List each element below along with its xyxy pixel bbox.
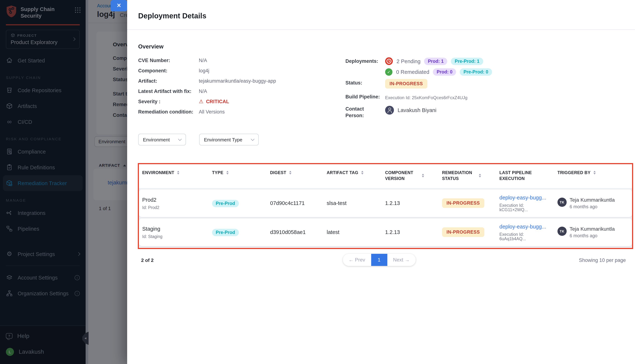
cell-type: Pre-Prod <box>209 200 267 206</box>
cell-last-pipeline: deploy-easy-bugg... Execution Id: kCG11×… <box>496 194 554 212</box>
sort-icon[interactable] <box>479 174 481 178</box>
environment-name: Prod2 <box>142 197 206 202</box>
deployments-block: Deployments: 2 Pending Prod: 1 Pre-Prod:… <box>345 58 626 119</box>
triggered-by-time: 6 months ago <box>569 204 615 209</box>
sort-icon[interactable] <box>361 171 363 175</box>
column-triggered-by[interactable]: TRIGGERED BY <box>554 170 632 176</box>
triggered-by-avatar: TK <box>557 198 567 207</box>
environment-id: Id: Staging <box>142 234 206 238</box>
contact-person-label: Contact Person: <box>345 105 382 119</box>
table-filters: Environment Environment Type <box>138 134 626 146</box>
sort-icon[interactable] <box>289 171 291 175</box>
environment-type-dropdown[interactable]: Environment Type <box>199 134 259 146</box>
field-value: log4j <box>199 68 209 74</box>
overview-heading: Overview <box>138 44 626 50</box>
triggered-by-name: Teja Kummarikuntla <box>569 197 615 203</box>
status-label: Status: <box>345 79 382 93</box>
deployments-lines: 2 Pending Prod: 1 Pre-Prod: 1 ✓ 0 Remedi… <box>385 58 626 79</box>
field-artifact: Artifact: tejakummarikuntla/easy-buggy-a… <box>138 78 345 84</box>
field-label: Remediation condition: <box>138 109 199 115</box>
field-label: CVE Number: <box>138 58 199 64</box>
field-label: Latest Artifact with fix: <box>138 88 199 94</box>
cell-triggered-by: TK Teja Kummarikuntla 6 months ago <box>554 197 632 209</box>
deployments-label: Deployments: <box>345 58 382 79</box>
preprod-badge: Pre-Prod: 1 <box>451 58 483 65</box>
pending-line: 2 Pending Prod: 1 Pre-Prod: 1 <box>385 58 626 65</box>
environment-dropdown[interactable]: Environment <box>138 134 186 146</box>
cell-environment: Prod2 Id: Prod2 <box>139 197 209 210</box>
type-badge: Pre-Prod <box>212 200 239 207</box>
cell-component-version: 1.2.13 <box>382 229 439 235</box>
overview-grid: CVE Number: N/A Component: log4j Artifac… <box>138 58 626 119</box>
field-component: Component: log4j <box>138 68 345 74</box>
close-button[interactable]: × <box>111 0 127 12</box>
cell-digest: d3910d058ae1 <box>267 229 323 235</box>
cell-artifact-tag: latest <box>323 229 382 235</box>
sort-icon[interactable] <box>593 171 596 175</box>
field-latest-artifact: Latest Artifact with fix: N/A <box>138 88 345 94</box>
sort-icon[interactable] <box>422 174 424 178</box>
chevron-down-icon <box>251 137 254 141</box>
field-label: Component: <box>138 68 199 74</box>
environment-name: Staging <box>142 226 206 232</box>
cell-component-version: 1.2.13 <box>382 200 439 206</box>
column-remediation-status[interactable]: REMEDIATION STATUS <box>439 170 496 182</box>
cell-digest: 07d90c4c1171 <box>267 200 323 206</box>
field-cve-number: CVE Number: N/A <box>138 58 345 64</box>
pipeline-link[interactable]: deploy-easy-bugg... <box>499 224 551 230</box>
type-badge: Pre-Prod <box>212 229 239 236</box>
dropdown-label: Environment <box>143 137 170 142</box>
cell-remediation-status: IN-PROGRESS <box>439 198 496 208</box>
status-badge: IN-PROGRESS <box>442 198 484 208</box>
field-severity: Severity : ⚠ CRITICAL <box>138 98 345 105</box>
column-component-version[interactable]: COMPONENT VERSION <box>382 170 439 182</box>
sort-icon[interactable] <box>177 171 179 175</box>
page-1-button[interactable]: 1 <box>371 254 387 266</box>
column-artifact-tag[interactable]: ARTIFACT TAG <box>323 170 382 176</box>
remediated-line: ✓ 0 Remediated Prod: 0 Pre-Prod: 0 <box>385 68 626 76</box>
status-badge: IN-PROGRESS <box>442 227 484 237</box>
remediated-count: 0 Remediated <box>396 69 429 75</box>
pending-count: 2 Pending <box>396 58 421 64</box>
prod-badge: Prod: 1 <box>424 58 447 65</box>
pagination-count: 2 of 2 <box>138 258 154 263</box>
next-button[interactable]: Next → <box>387 254 415 266</box>
environment-id: Id: Prod2 <box>142 205 206 210</box>
per-page-label: Showing 10 per page <box>579 258 626 263</box>
field-remediation-condition: Remediation condition: All Versions <box>138 109 345 115</box>
field-value: All Versions <box>199 109 225 115</box>
field-label: Artifact: <box>138 78 199 84</box>
column-last-pipeline-execution[interactable]: LAST PIPELINE EXECUTION <box>496 170 554 182</box>
overview-right: Deployments: 2 Pending Prod: 1 Pre-Prod:… <box>345 58 626 119</box>
dropdown-label: Environment Type <box>204 137 242 142</box>
cell-remediation-status: IN-PROGRESS <box>439 227 496 237</box>
table-row[interactable]: Prod2 Id: Prod2 Pre-Prod 07d90c4c1171 sl… <box>139 189 632 217</box>
prev-button[interactable]: ← Prev <box>343 254 371 266</box>
status-line: IN-PROGRESS <box>385 79 626 89</box>
triggered-by-name: Teja Kummarikuntla <box>569 226 615 232</box>
warning-icon: ⚠ <box>199 98 203 105</box>
app-root: Supply Chain Security PROJECT Product Ex… <box>0 0 635 364</box>
triggered-by-text: Teja Kummarikuntla 6 months ago <box>569 226 615 238</box>
build-pipeline-line: Execution Id: 25xKomFoQces6rFcxZ4UJg <box>385 93 626 100</box>
contact-person-name: Lavakush Biyani <box>398 108 436 113</box>
column-type[interactable]: TYPE <box>209 170 267 176</box>
column-digest[interactable]: DIGEST <box>267 170 323 176</box>
table-row[interactable]: Staging Id: Staging Pre-Prod d3910d058ae… <box>139 218 632 246</box>
build-execution-id: Execution Id: 25xKomFoQces6rFcxZ4UJg <box>385 95 467 100</box>
pipeline-link[interactable]: deploy-easy-bugg... <box>499 194 551 200</box>
field-label: Severity : <box>138 98 199 105</box>
status-badge: IN-PROGRESS <box>385 79 427 89</box>
column-environment[interactable]: ENVIRONMENT <box>139 170 209 176</box>
field-value: N/A <box>199 58 207 64</box>
cell-type: Pre-Prod <box>209 229 267 235</box>
execution-id: Execution Id: kCG11×2WQ... <box>499 203 551 212</box>
close-icon: × <box>117 2 121 9</box>
field-value: N/A <box>199 88 207 94</box>
remediated-check-icon: ✓ <box>385 68 392 76</box>
prod-badge: Prod: 0 <box>433 68 456 76</box>
sort-icon[interactable] <box>226 171 229 175</box>
chevron-down-icon <box>178 137 182 141</box>
modal-title: Deployment Details <box>138 5 626 20</box>
severity-value: CRITICAL <box>206 98 229 105</box>
